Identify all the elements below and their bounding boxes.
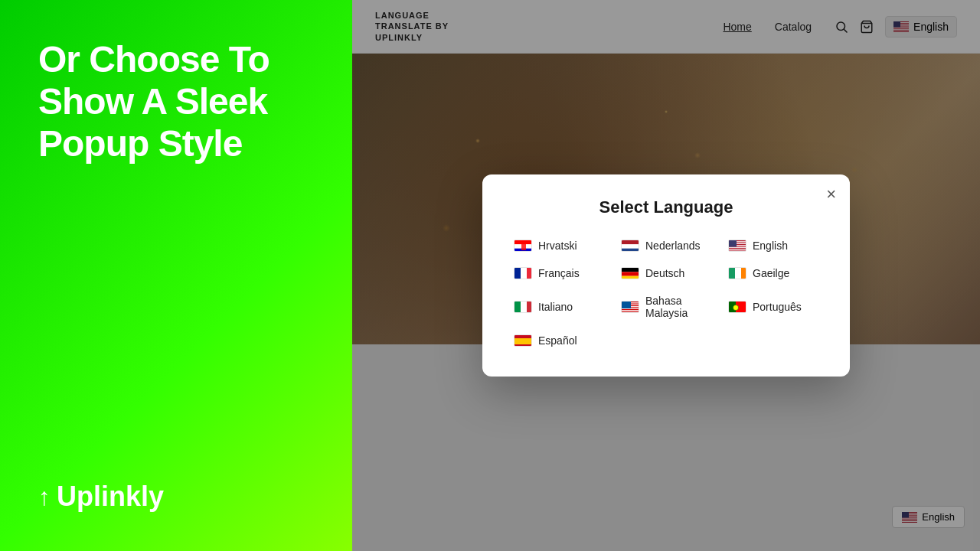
language-name-de: Deutsch bbox=[645, 267, 684, 279]
language-grid: HrvatskiNederlandsEnglishFrançaisDeutsch… bbox=[509, 236, 823, 350]
language-option-pt[interactable]: Português bbox=[724, 292, 823, 322]
flag-pt-icon bbox=[728, 301, 746, 313]
language-option-fr[interactable]: Français bbox=[509, 264, 609, 282]
svg-rect-42 bbox=[741, 268, 746, 279]
language-option-ga[interactable]: Gaeilge bbox=[724, 264, 823, 282]
language-name-en: English bbox=[753, 240, 788, 252]
language-name-fr: Français bbox=[538, 267, 580, 279]
svg-rect-44 bbox=[521, 302, 527, 313]
svg-rect-33 bbox=[729, 240, 737, 247]
svg-rect-51 bbox=[622, 310, 639, 311]
logo: ↑ Uplinkly bbox=[38, 481, 322, 513]
svg-rect-40 bbox=[729, 268, 735, 279]
flag-fr-icon bbox=[514, 267, 532, 279]
language-name-es: Español bbox=[538, 334, 577, 347]
language-option-de[interactable]: Deutsch bbox=[616, 264, 716, 282]
language-name-it: Italiano bbox=[538, 301, 573, 313]
modal-close-button[interactable]: × bbox=[826, 186, 836, 203]
svg-rect-37 bbox=[622, 268, 639, 272]
right-panel: LANGUAGETRANSLATE BYUPLINKLY Home Catalo… bbox=[352, 0, 980, 551]
language-name-pt: Português bbox=[753, 301, 802, 313]
svg-rect-23 bbox=[622, 240, 639, 244]
svg-rect-41 bbox=[735, 268, 741, 279]
language-option-nl[interactable]: Nederlands bbox=[616, 236, 716, 255]
svg-rect-58 bbox=[514, 338, 532, 344]
svg-rect-32 bbox=[729, 251, 746, 252]
svg-rect-24 bbox=[622, 244, 639, 248]
svg-rect-36 bbox=[527, 268, 532, 279]
svg-rect-34 bbox=[514, 268, 521, 279]
language-option-hr[interactable]: Hrvatski bbox=[509, 236, 609, 255]
modal-backdrop: × Select Language HrvatskiNederlandsEngl… bbox=[352, 0, 980, 551]
language-select-modal: × Select Language HrvatskiNederlandsEngl… bbox=[482, 174, 850, 377]
left-panel: Or Choose To Show A Sleek Popup Style ↑ … bbox=[0, 0, 352, 551]
flag-de-icon bbox=[621, 267, 639, 279]
modal-title: Select Language bbox=[509, 197, 823, 217]
svg-point-56 bbox=[733, 305, 739, 311]
svg-rect-31 bbox=[729, 249, 746, 249]
svg-rect-59 bbox=[514, 344, 532, 347]
logo-text: Uplinkly bbox=[57, 481, 164, 513]
svg-rect-39 bbox=[622, 276, 639, 279]
flag-hr-icon bbox=[514, 240, 532, 252]
flag-my-icon bbox=[621, 301, 639, 313]
svg-rect-43 bbox=[514, 302, 521, 313]
language-option-en[interactable]: English bbox=[724, 236, 823, 255]
svg-rect-25 bbox=[622, 249, 639, 252]
svg-rect-45 bbox=[527, 302, 532, 313]
flag-ie-icon bbox=[728, 267, 746, 279]
flag-us-icon bbox=[728, 240, 746, 252]
language-option-es[interactable]: Español bbox=[509, 331, 609, 350]
headline: Or Choose To Show A Sleek Popup Style bbox=[38, 38, 322, 165]
language-name-ga: Gaeilge bbox=[753, 267, 789, 279]
language-name-nl: Nederlands bbox=[645, 240, 701, 252]
flag-it-icon bbox=[514, 301, 532, 313]
svg-rect-30 bbox=[729, 247, 746, 248]
svg-rect-52 bbox=[622, 312, 639, 313]
svg-rect-35 bbox=[521, 268, 527, 279]
svg-rect-38 bbox=[622, 272, 639, 276]
flag-nl-icon bbox=[621, 240, 639, 252]
svg-rect-53 bbox=[622, 302, 631, 308]
language-option-it[interactable]: Italiano bbox=[509, 292, 609, 322]
logo-arrow-icon: ↑ bbox=[38, 483, 51, 511]
language-option-ms[interactable]: Bahasa Malaysia bbox=[616, 292, 716, 322]
language-name-hr: Hrvatski bbox=[538, 240, 577, 252]
svg-rect-22 bbox=[521, 243, 526, 250]
svg-rect-57 bbox=[514, 335, 532, 338]
flag-es-icon bbox=[514, 334, 532, 347]
language-name-ms: Bahasa Malaysia bbox=[645, 295, 711, 319]
